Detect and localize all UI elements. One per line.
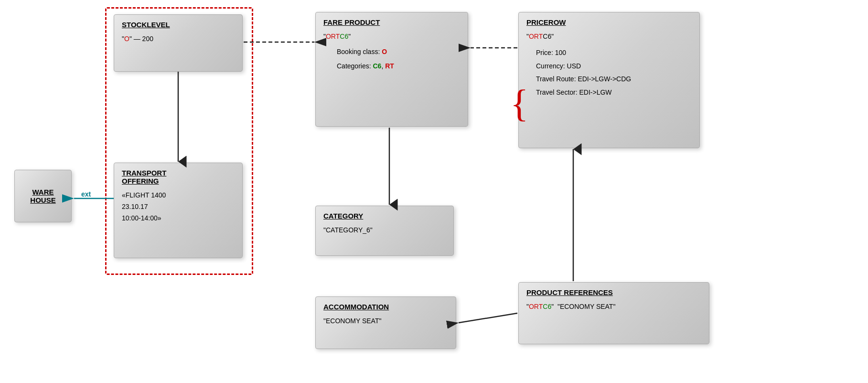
transport-content: «FLIGHT 1400 23.10.17 10:00-14:00»	[122, 190, 235, 224]
pr-ort-red: ORT	[529, 33, 543, 40]
pr-currency-val: USD	[567, 62, 581, 70]
stocklevel-title: STOCKLEVEL	[122, 21, 235, 29]
fp-cat1: C6	[373, 62, 381, 70]
transport-box: TRANSPORTOFFERING «FLIGHT 1400 23.10.17 …	[114, 163, 243, 258]
transport-date: 23.10.17	[122, 203, 148, 210]
pr-route-val: EDI->LGW->CDG	[578, 75, 631, 83]
pr-price-label: Price:	[536, 49, 555, 56]
accommodation-value: "ECONOMY SEAT"	[323, 317, 381, 325]
stocklevel-value: "O" — 200	[122, 35, 153, 43]
stocklevel-o: O	[124, 35, 129, 43]
fare-product-title: FARE PRODUCT	[323, 18, 460, 26]
pr2-c6-green: C6	[543, 303, 551, 310]
pr-currency-label: Currency:	[536, 62, 567, 70]
pr-price-val: 100	[555, 49, 566, 56]
transport-flight: «FLIGHT 1400	[122, 191, 166, 199]
fp-cat2: RT	[385, 62, 394, 70]
product-references-box: PRODUCT REFERENCES "ORTC6" "ECONOMY SEAT…	[518, 282, 709, 344]
fp-booking-val: O	[382, 48, 387, 55]
accommodation-content: "ECONOMY SEAT"	[323, 316, 448, 327]
product-references-content: "ORTC6" "ECONOMY SEAT"	[526, 301, 701, 313]
accommodation-box: ACCOMMODATION "ECONOMY SEAT"	[315, 296, 456, 349]
pricerow-title: PRICEROW	[526, 18, 692, 26]
diagram: STOCKLEVEL "O" — 200 TRANSPORTOFFERING «…	[0, 0, 868, 383]
product-references-title: PRODUCT REFERENCES	[526, 288, 701, 296]
pr-sector-val: EDI->LGW	[579, 88, 612, 96]
category-box: CATEGORY "CATEGORY_6"	[315, 206, 454, 256]
fp-c6-green: C6	[340, 33, 348, 40]
category-value: "CATEGORY_6"	[323, 226, 373, 234]
stocklevel-box: STOCKLEVEL "O" — 200	[114, 14, 243, 72]
fp-categories-label: Categories:	[337, 62, 373, 70]
pr-sector-label: Travel Sector:	[536, 88, 579, 96]
fare-product-content: "ORTC6" Booking class: O Categories: C6,…	[323, 31, 460, 72]
arrow-prodref-to-accommodation	[459, 313, 517, 323]
pricerow-content: "ORTC6" Price: 100 Currency: USD Travel …	[526, 31, 692, 98]
pr-route-label: Travel Route:	[536, 75, 578, 83]
accommodation-title: ACCOMMODATION	[323, 303, 448, 311]
fp-comma: ,	[381, 62, 385, 70]
category-content: "CATEGORY_6"	[323, 225, 446, 236]
warehouse-title: WAREHOUSE	[30, 188, 55, 204]
pr2-ort-red: ORT	[529, 303, 543, 310]
fare-product-box: FARE PRODUCT "ORTC6" Booking class: O Ca…	[315, 12, 468, 127]
category-title: CATEGORY	[323, 212, 446, 220]
pricerow-box: PRICEROW "ORTC6" Price: 100 Currency: US…	[518, 12, 700, 148]
stocklevel-content: "O" — 200	[122, 33, 235, 45]
transport-title: TRANSPORTOFFERING	[122, 169, 235, 185]
pr-c6: C6	[543, 33, 551, 40]
curly-brace: {	[510, 84, 528, 122]
ext-label: ext	[81, 190, 91, 198]
fp-ort-red: ORT	[326, 33, 340, 40]
warehouse-box: WAREHOUSE	[14, 170, 72, 222]
transport-time: 10:00-14:00»	[122, 214, 161, 222]
fp-booking-label: Booking class:	[337, 48, 382, 55]
pr2-seat: ECONOMY SEAT	[560, 303, 613, 310]
